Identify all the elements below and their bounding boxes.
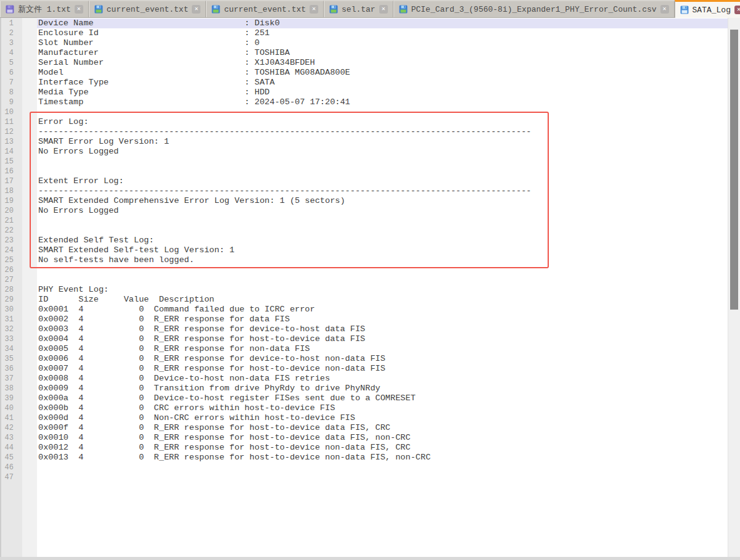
line-number: 33 — [0, 334, 22, 344]
line-number: 15 — [0, 157, 22, 167]
code-line-46[interactable] — [37, 463, 728, 472]
code-line-31[interactable]: 0x0002 4 0 R_ERR response for data FIS — [37, 315, 728, 324]
code-line-36[interactable]: 0x0007 4 0 R_ERR response for host-to-de… — [37, 364, 728, 374]
code-line-47[interactable] — [37, 472, 728, 482]
fold-margin — [22, 18, 37, 557]
vertical-scrollbar[interactable] — [728, 18, 740, 557]
line-number: 19 — [0, 196, 22, 206]
line-number: 31 — [0, 315, 22, 324]
code-line-2[interactable]: Enclosure Id : 251 — [37, 28, 728, 38]
floppy-disk-icon — [680, 6, 689, 14]
tab-close-icon[interactable]: ✕ — [75, 5, 83, 14]
code-line-39[interactable]: 0x000a 4 0 Device-to-host register FISes… — [37, 393, 728, 403]
code-line-44[interactable]: 0x0012 4 0 R_ERR response for host-to-de… — [37, 443, 728, 453]
code-line-22[interactable] — [37, 226, 728, 236]
code-line-18[interactable]: ----------------------------------------… — [37, 186, 728, 196]
tab-bar: 新文件 1.txt✕current_event.txt✕current_even… — [0, 0, 740, 18]
code-line-10[interactable] — [37, 107, 728, 117]
line-number: 25 — [0, 255, 22, 265]
editor-pane[interactable]: 1234567891011121314151617181920212223242… — [0, 18, 740, 557]
line-number: 7 — [0, 78, 22, 88]
code-line-5[interactable]: Serial Number : X1J0A34BFDEH — [37, 58, 728, 68]
tab-6[interactable]: SATA_Log✕ — [675, 0, 740, 18]
code-line-25[interactable]: No self-tests have been logged. — [37, 255, 728, 265]
code-line-28[interactable]: PHY Event Log: — [37, 285, 728, 295]
code-line-29[interactable]: ID Size Value Description — [37, 295, 728, 305]
line-number: 6 — [0, 68, 22, 78]
line-number: 2 — [0, 28, 22, 38]
code-line-14[interactable]: No Errors Logged — [37, 147, 728, 157]
code-line-4[interactable]: Manufacturer : TOSHIBA — [37, 48, 728, 58]
code-line-43[interactable]: 0x0010 4 0 R_ERR response for host-to-de… — [37, 433, 728, 443]
text-editor-window: 新文件 1.txt✕current_event.txt✕current_even… — [0, 0, 740, 560]
line-number: 11 — [0, 117, 22, 127]
line-number: 3 — [0, 38, 22, 48]
code-line-11[interactable]: Error Log: — [37, 117, 728, 127]
code-line-12[interactable]: ----------------------------------------… — [37, 127, 728, 137]
tab-close-icon[interactable]: ✕ — [660, 5, 669, 14]
tab-title: SATA_Log — [693, 6, 731, 15]
text-content-area[interactable]: Device Name : Disk0Enclosure Id : 251Slo… — [37, 18, 728, 557]
line-number: 9 — [0, 97, 22, 107]
code-line-35[interactable]: 0x0006 4 0 R_ERR response for device-to-… — [37, 354, 728, 364]
tab-title: current_event.txt — [224, 5, 306, 14]
code-line-23[interactable]: Extended Self Test Log: — [37, 236, 728, 245]
code-line-7[interactable]: Interface Type : SATA — [37, 78, 728, 88]
line-number: 22 — [0, 226, 22, 236]
tab-title: 新文件 1.txt — [18, 4, 71, 15]
line-number: 12 — [0, 127, 22, 137]
tab-2[interactable]: current_event.txt✕ — [89, 1, 207, 17]
code-line-33[interactable]: 0x0004 4 0 R_ERR response for host-to-de… — [37, 334, 728, 344]
floppy-disk-icon — [6, 5, 14, 14]
line-number: 23 — [0, 236, 22, 245]
tab-3[interactable]: current_event.txt✕ — [206, 1, 324, 17]
line-number: 37 — [0, 374, 22, 384]
code-line-34[interactable]: 0x0005 4 0 R_ERR response for non-data F… — [37, 344, 728, 354]
code-line-19[interactable]: SMART Extended Comprehensive Error Log V… — [37, 196, 728, 206]
line-number: 36 — [0, 364, 22, 374]
code-line-20[interactable]: No Errors Logged — [37, 206, 728, 216]
code-line-24[interactable]: SMART Extended Self-test Log Version: 1 — [37, 245, 728, 255]
code-line-8[interactable]: Media Type : HDD — [37, 88, 728, 97]
code-line-9[interactable]: Timestamp : 2024-05-07 17:20:41 — [37, 97, 728, 107]
line-number: 26 — [0, 265, 22, 275]
line-number: 41 — [0, 413, 22, 423]
line-number: 38 — [0, 384, 22, 393]
line-number: 29 — [0, 295, 22, 305]
code-line-45[interactable]: 0x0013 4 0 R_ERR response for host-to-de… — [37, 453, 728, 463]
code-line-41[interactable]: 0x000d 4 0 Non-CRC errors within host-to… — [37, 413, 728, 423]
line-number: 43 — [0, 433, 22, 443]
tab-5[interactable]: PCIe_Card_3_(9560-8i)_Expander1_PHY_Erro… — [393, 1, 675, 17]
line-number: 4 — [0, 48, 22, 58]
code-line-6[interactable]: Model : TOSHIBA MG08ADA800E — [37, 68, 728, 78]
tab-4[interactable]: sel.tar✕ — [324, 1, 393, 17]
code-line-13[interactable]: SMART Error Log Version: 1 — [37, 137, 728, 147]
tab-1[interactable]: 新文件 1.txt✕ — [0, 1, 89, 17]
code-line-1[interactable]: Device Name : Disk0 — [37, 19, 728, 28]
tab-close-icon[interactable]: ✕ — [310, 5, 318, 14]
code-line-37[interactable]: 0x0008 4 0 Device-to-host non-data FIS r… — [37, 374, 728, 384]
code-line-3[interactable]: Slot Number : 0 — [37, 38, 728, 48]
line-number: 1 — [0, 19, 22, 28]
code-line-38[interactable]: 0x0009 4 0 Transition from drive PhyRdy … — [37, 384, 728, 393]
code-line-16[interactable] — [37, 167, 728, 176]
line-number: 14 — [0, 147, 22, 157]
code-line-40[interactable]: 0x000b 4 0 CRC errors within host-to-dev… — [37, 403, 728, 413]
code-line-42[interactable]: 0x000f 4 0 R_ERR response for host-to-de… — [37, 423, 728, 433]
tab-title: current_event.txt — [107, 5, 189, 14]
code-line-27[interactable] — [37, 275, 728, 285]
code-line-26[interactable] — [37, 265, 728, 275]
tab-close-icon[interactable]: ✕ — [379, 5, 388, 14]
floppy-disk-icon — [399, 5, 408, 14]
tab-close-icon[interactable]: ✕ — [192, 5, 200, 14]
line-number: 40 — [0, 403, 22, 413]
scrollbar-thumb[interactable] — [730, 30, 738, 310]
code-line-32[interactable]: 0x0003 4 0 R_ERR response for device-to-… — [37, 324, 728, 334]
code-line-17[interactable]: Extent Error Log: — [37, 176, 728, 186]
line-number: 44 — [0, 443, 22, 453]
code-line-21[interactable] — [37, 216, 728, 226]
tab-title: sel.tar — [342, 5, 376, 14]
tab-close-icon[interactable]: ✕ — [734, 6, 740, 14]
code-line-30[interactable]: 0x0001 4 0 Command failed due to ICRC er… — [37, 305, 728, 315]
code-line-15[interactable] — [37, 157, 728, 167]
